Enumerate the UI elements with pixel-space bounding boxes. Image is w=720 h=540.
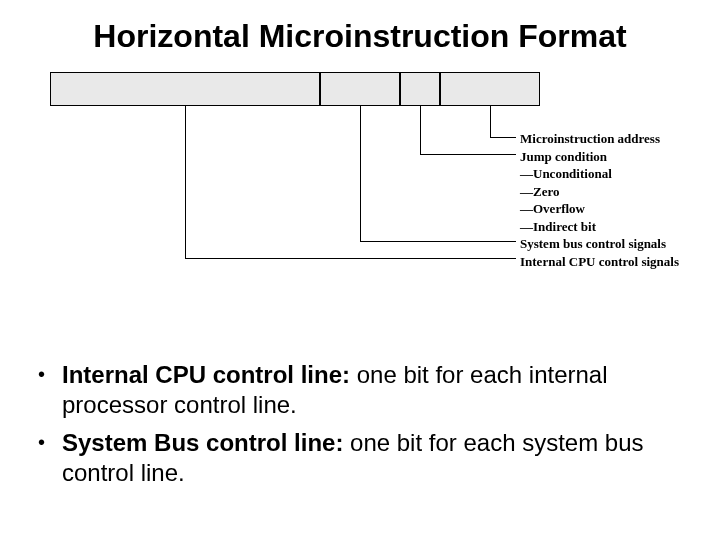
label-jump-condition: Jump condition [520, 148, 679, 166]
label-unconditional: —Unconditional [520, 165, 679, 183]
page-title: Horizontal Microinstruction Format [0, 18, 720, 55]
label-overflow: —Overflow [520, 200, 679, 218]
connector-line [360, 106, 361, 241]
field-internal-cpu [50, 72, 320, 106]
label-system-bus: System bus control signals [520, 235, 679, 253]
bullet-list: • Internal CPU control line: one bit for… [38, 360, 688, 496]
label-indirect-bit: —Indirect bit [520, 218, 679, 236]
bullet-item: • System Bus control line: one bit for e… [38, 428, 688, 488]
labels-block: Microinstruction address Jump condition … [520, 130, 679, 270]
connector-line [490, 106, 491, 137]
bullet-dot-icon: • [38, 360, 62, 388]
label-zero: —Zero [520, 183, 679, 201]
label-micro-address: Microinstruction address [520, 130, 679, 148]
label-internal-cpu: Internal CPU control signals [520, 253, 679, 271]
bullet-bold: Internal CPU control line: [62, 361, 350, 388]
connector-line [420, 106, 421, 154]
connector-line [420, 154, 516, 155]
bullet-text: System Bus control line: one bit for eac… [62, 428, 688, 488]
connector-line [185, 258, 516, 259]
connector-line [185, 106, 186, 258]
field-system-bus [320, 72, 400, 106]
bullet-dot-icon: • [38, 428, 62, 456]
connector-line [360, 241, 516, 242]
bullet-text: Internal CPU control line: one bit for e… [62, 360, 688, 420]
field-jump-condition [400, 72, 440, 106]
bullet-item: • Internal CPU control line: one bit for… [38, 360, 688, 420]
field-micro-address [440, 72, 540, 106]
bullet-bold: System Bus control line: [62, 429, 350, 456]
connector-line [490, 137, 516, 138]
